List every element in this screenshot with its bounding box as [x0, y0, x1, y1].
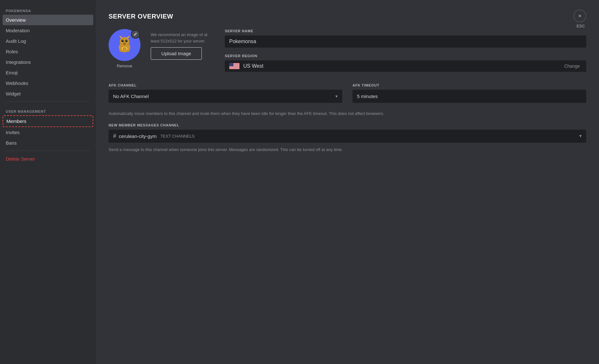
server-name-label: POKEMONSA — [3, 6, 93, 15]
svg-point-13 — [126, 49, 130, 52]
upload-hint: We recommend an image of at least 512x51… — [151, 32, 215, 44]
afk-timeout-display: 5 minutes — [353, 90, 586, 103]
server-region-field: SERVER REGION — [225, 54, 586, 72]
esc-label: ESC — [577, 24, 585, 28]
svg-rect-21 — [229, 67, 239, 68]
server-icon-wrapper — [109, 29, 140, 61]
afk-channel-col: AFK CHANNEL No AFK Channel ▼ — [109, 83, 342, 103]
svg-point-9 — [126, 40, 127, 41]
sidebar-divider — [6, 102, 90, 102]
svg-point-8 — [123, 40, 123, 41]
sidebar-item-widget[interactable]: Widget — [3, 88, 93, 99]
channel-type-label: TEXT CHANNELS — [160, 134, 194, 139]
sidebar-item-audit-log[interactable]: Audit Log — [3, 36, 93, 46]
server-name-input[interactable] — [225, 35, 586, 48]
channel-hash-icon: # — [113, 133, 116, 140]
upload-image-button[interactable]: Upload Image — [151, 47, 202, 60]
svg-point-1 — [120, 37, 129, 46]
afk-channel-dropdown-wrapper: No AFK Channel ▼ — [109, 90, 342, 103]
user-management-label: USER MANAGEMENT — [3, 104, 93, 115]
server-icon-edit-button[interactable] — [131, 30, 140, 39]
nmm-label: NEW MEMBER MESSAGES CHANNEL — [109, 123, 586, 127]
afk-timeout-label: AFK TIMEOUT — [353, 83, 586, 87]
server-icon-area: Remove — [109, 29, 140, 68]
channel-dropdown-arrow: ▼ — [579, 134, 582, 138]
server-name-field-label: SERVER NAME — [225, 29, 586, 33]
server-icon-remove-button[interactable]: Remove — [117, 64, 132, 68]
overview-top-section: Remove We recommend an image of at least… — [109, 29, 586, 72]
region-change-button[interactable]: Change — [562, 63, 582, 69]
sidebar-item-members[interactable]: Members — [3, 115, 93, 127]
nmm-section: NEW MEMBER MESSAGES CHANNEL # cerulean-c… — [109, 123, 586, 153]
svg-point-6 — [122, 40, 124, 42]
sidebar-item-roles[interactable]: Roles — [3, 46, 93, 57]
svg-rect-23 — [229, 63, 233, 66]
afk-timeout-col: AFK TIMEOUT 5 minutes — [353, 83, 586, 103]
sidebar-item-overview[interactable]: Overview — [3, 15, 93, 25]
region-name: US West — [243, 63, 558, 69]
sidebar-item-bans[interactable]: Bans — [3, 138, 93, 148]
server-region-field-label: SERVER REGION — [225, 54, 586, 58]
svg-point-7 — [125, 40, 128, 42]
svg-rect-22 — [229, 68, 239, 69]
svg-rect-20 — [229, 66, 239, 67]
region-selector[interactable]: US West Change — [225, 60, 586, 72]
page-title: SERVER OVERVIEW — [109, 13, 586, 20]
sidebar-item-webhooks[interactable]: Webhooks — [3, 78, 93, 88]
sidebar-item-integrations[interactable]: Integrations — [3, 57, 93, 67]
nmm-channel-selector[interactable]: # cerulean-city-gym TEXT CHANNELS ▼ — [109, 130, 586, 143]
delete-server-button[interactable]: Delete Server — [3, 154, 93, 164]
nmm-description: Send a message to this channel when some… — [109, 147, 586, 153]
svg-point-10 — [124, 42, 125, 43]
svg-point-12 — [119, 49, 123, 52]
main-content: SERVER OVERVIEW — [96, 0, 599, 364]
afk-description: Automatically move members to this chann… — [109, 110, 586, 117]
server-fields: SERVER NAME SERVER REGION — [225, 29, 586, 72]
region-flag — [229, 63, 239, 69]
upload-area: We recommend an image of at least 512x51… — [151, 29, 215, 60]
sidebar-item-invites[interactable]: Invites — [3, 127, 93, 138]
server-name-field: SERVER NAME — [225, 29, 586, 48]
sidebar: POKEMONSA Overview Moderation Audit Log … — [0, 0, 96, 364]
channel-name: cerulean-city-gym — [119, 133, 156, 139]
afk-channel-select[interactable]: No AFK Channel — [109, 90, 342, 103]
sidebar-divider-2 — [6, 151, 90, 151]
afk-section: AFK CHANNEL No AFK Channel ▼ AFK TIMEOUT… — [109, 83, 586, 103]
sidebar-item-moderation[interactable]: Moderation — [3, 25, 93, 36]
sidebar-item-emoji[interactable]: Emoji — [3, 67, 93, 78]
close-button[interactable]: × — [573, 10, 586, 22]
afk-channel-label: AFK CHANNEL — [109, 83, 342, 87]
